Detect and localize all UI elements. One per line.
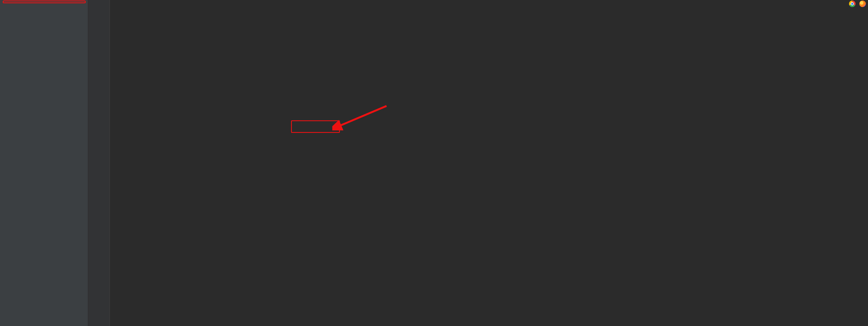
browser-launchers	[849, 1, 866, 7]
code-area[interactable]	[110, 0, 868, 326]
annotation-box-code	[291, 120, 340, 133]
chrome-icon[interactable]	[849, 1, 856, 7]
annotation-box-admin	[3, 1, 86, 3]
project-tree[interactable]	[0, 0, 88, 326]
code-editor[interactable]	[88, 0, 868, 326]
fold-gutter	[106, 0, 110, 326]
line-number-gutter	[88, 0, 106, 326]
firefox-icon[interactable]	[859, 1, 866, 7]
